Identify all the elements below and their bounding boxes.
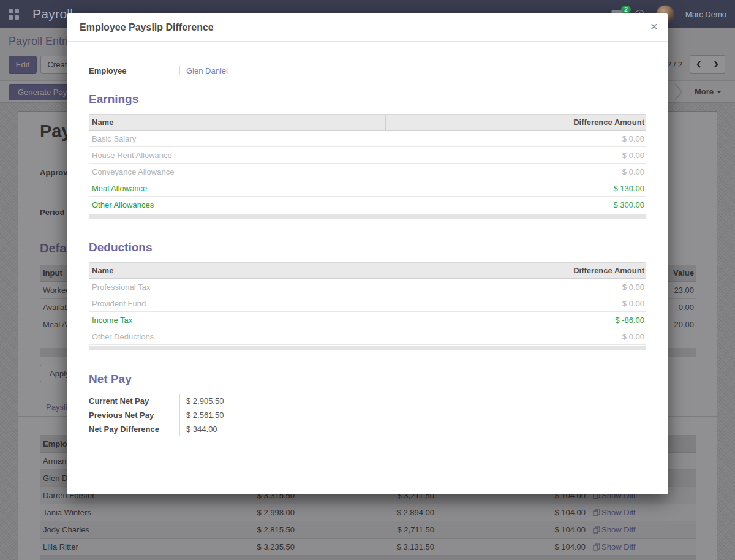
rule-name: Other Deductions xyxy=(89,332,349,341)
rule-name: Income Tax xyxy=(89,316,349,325)
rule-name: Meal Allowance xyxy=(89,184,386,193)
difference-amount: $ 130.00 xyxy=(386,184,646,193)
employee-payslip-difference-modal: Employee Payslip Difference × Employee G… xyxy=(67,13,668,494)
name-column-header: Name xyxy=(89,115,386,130)
difference-amount: $ 0.00 xyxy=(386,167,646,176)
modal-body: Employee Glen Daniel Earnings Name Diffe… xyxy=(67,42,668,436)
earnings-row[interactable]: Basic Salary $ 0.00 xyxy=(89,131,646,147)
rule-name: House Rent Allowance xyxy=(89,151,386,160)
screen: Payroll Contracts Payslips Payroll Entri… xyxy=(0,0,735,560)
net-pay-value: $ 2,561.50 xyxy=(179,408,314,422)
rule-name: Other Allowances xyxy=(89,200,386,210)
difference-amount: $ 0.00 xyxy=(349,299,646,308)
deductions-row[interactable]: Professional Tax $ 0.00 xyxy=(89,279,646,295)
deductions-row[interactable]: Provident Fund $ 0.00 xyxy=(89,295,646,312)
earnings-row[interactable]: Conveyance Allowance $ 0.00 xyxy=(89,164,646,180)
net-pay-row: Previous Net Pay $ 2,561.50 xyxy=(89,408,646,422)
deductions-table-footer xyxy=(89,346,646,350)
difference-amount: $ 0.00 xyxy=(349,282,646,292)
net-pay-row: Net Pay Difference $ 344.00 xyxy=(89,422,646,436)
messages-badge: 2 xyxy=(621,6,631,13)
net-pay-value: $ 2,905.50 xyxy=(179,394,314,408)
difference-amount: $ 300.00 xyxy=(386,200,646,210)
difference-amount: $ 0.00 xyxy=(386,134,646,143)
earnings-row[interactable]: House Rent Allowance $ 0.00 xyxy=(89,147,646,164)
difference-amount: $ 0.00 xyxy=(349,332,646,341)
deductions-table: Name Difference Amount Professional Tax … xyxy=(89,262,646,350)
difference-amount: $ 0.00 xyxy=(386,151,646,160)
net-pay-label: Net Pay Difference xyxy=(89,422,179,436)
modal-header: Employee Payslip Difference × xyxy=(67,13,668,42)
earnings-section: Earnings Name Difference Amount Basic Sa… xyxy=(89,93,646,219)
net-pay-label: Current Net Pay xyxy=(89,394,179,408)
difference-amount-column-header: Difference Amount xyxy=(349,266,646,275)
employee-field-row: Employee Glen Daniel xyxy=(89,66,646,75)
deductions-row[interactable]: Income Tax $ -86.00 xyxy=(89,312,646,328)
earnings-table-header: Name Difference Amount xyxy=(89,114,646,131)
deductions-row[interactable]: Other Deductions $ 0.00 xyxy=(89,328,646,345)
user-name[interactable]: Marc Demo xyxy=(685,10,726,19)
deductions-section: Deductions Name Difference Amount Profes… xyxy=(89,241,646,350)
rule-name: Conveyance Allowance xyxy=(89,167,386,176)
earnings-table-footer xyxy=(89,214,646,219)
net-pay-label: Previous Net Pay xyxy=(89,408,179,422)
net-pay-heading: Net Pay xyxy=(89,373,646,386)
earnings-table: Name Difference Amount Basic Salary $ 0.… xyxy=(89,114,646,219)
name-column-header: Name xyxy=(89,263,349,278)
employee-field-label: Employee xyxy=(89,66,179,75)
employee-field-value[interactable]: Glen Daniel xyxy=(179,66,314,75)
earnings-row[interactable]: Meal Allowance $ 130.00 xyxy=(89,180,646,197)
apps-grid-icon[interactable] xyxy=(9,9,19,20)
rule-name: Provident Fund xyxy=(89,299,349,308)
deductions-heading: Deductions xyxy=(89,241,646,254)
modal-title: Employee Payslip Difference xyxy=(80,22,214,33)
difference-amount-column-header: Difference Amount xyxy=(386,118,646,127)
rule-name: Basic Salary xyxy=(89,134,386,143)
net-pay-row: Current Net Pay $ 2,905.50 xyxy=(89,394,646,408)
rule-name: Professional Tax xyxy=(89,282,349,292)
net-pay-section: Net Pay Current Net Pay $ 2,905.50 Previ… xyxy=(89,373,646,436)
close-icon[interactable]: × xyxy=(650,20,658,32)
earnings-heading: Earnings xyxy=(89,93,646,106)
net-pay-value: $ 344.00 xyxy=(179,422,314,436)
difference-amount: $ -86.00 xyxy=(349,316,646,325)
earnings-row[interactable]: Other Allowances $ 300.00 xyxy=(89,197,646,213)
deductions-table-header: Name Difference Amount xyxy=(89,262,646,279)
